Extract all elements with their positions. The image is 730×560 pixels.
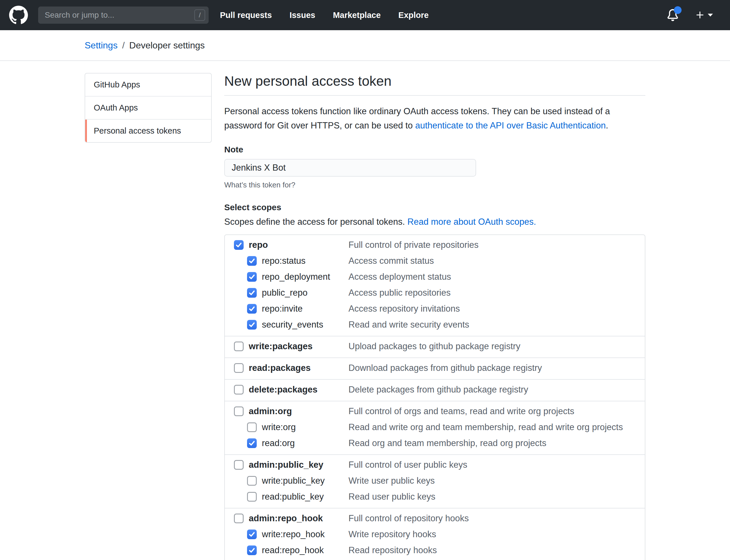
create-new-button[interactable] [695,10,713,20]
scope-label[interactable]: delete:packages [249,384,317,395]
scope-group-read:packages: read:packagesDownload packages from gith… [225,357,645,379]
checkbox-public_repo[interactable] [247,288,257,298]
scope-row-admin:public_key: admin:public_keyFull control of user pub… [225,459,645,470]
basic-auth-link[interactable]: authenticate to the API over Basic Authe… [415,120,606,130]
sidebar-item-github-apps[interactable]: GitHub Apps [85,73,211,97]
checkbox-repo_deployment[interactable] [247,272,257,282]
scope-name-col: write:packages [225,341,348,352]
scope-description: Read org and team membership, read org p… [348,438,645,449]
scope-row-public_repo: public_repoAccess public repositories [225,287,645,298]
scope-row-repo_deployment: repo_deploymentAccess deployment status [225,271,645,282]
scope-label[interactable]: read:repo_hook [262,545,324,556]
scope-label[interactable]: read:org [262,438,294,449]
slash-key-hint: / [194,9,205,21]
search-box: / [38,7,208,24]
scope-description: Access deployment status [348,271,645,282]
scope-row-admin:repo_hook: admin:repo_hookFull control of repositor… [225,513,645,524]
scope-label[interactable]: repo:invite [262,303,302,314]
scope-group-admin:org: admin:orgFull control of orgs and teams,… [225,401,645,454]
nav-link-marketplace[interactable]: Marketplace [333,11,381,20]
scope-label[interactable]: read:public_key [262,491,324,502]
scopes-intro-text: Scopes define the access for personal to… [224,217,408,227]
checkbox-delete:packages[interactable] [234,385,244,395]
scopes-intro: Scopes define the access for personal to… [224,217,645,227]
scope-description: Delete packages from github package regi… [348,384,645,395]
intro-paragraph: Personal access tokens function like ord… [224,104,645,133]
scope-label[interactable]: admin:repo_hook [249,513,323,524]
search-input[interactable] [38,7,208,24]
scope-name-col: write:org [225,422,348,433]
scope-row-write:repo_hook: write:repo_hookWrite repository hooks [225,529,645,540]
scope-row-read:org: read:orgRead org and team membership, re… [225,438,645,449]
scope-description: Download packages from github package re… [348,363,645,373]
scope-row-write:org: write:orgRead and write org and team mem… [225,422,645,433]
scope-row-read:packages: read:packagesDownload packages from gith… [225,363,645,373]
checkbox-read:repo_hook[interactable] [247,545,257,555]
scope-row-repo:invite: repo:inviteAccess repository invitations [225,303,645,314]
scope-group-delete:packages: delete:packagesDelete packages from gith… [225,379,645,401]
sidebar-item-oauth-apps[interactable]: OAuth Apps [85,97,211,120]
nav-link-issues[interactable]: Issues [289,11,315,20]
scope-name-col: read:public_key [225,491,348,502]
checkbox-read:org[interactable] [247,438,257,448]
nav-link-pull-requests[interactable]: Pull requests [220,11,272,20]
header-actions [667,9,713,21]
plus-icon [695,10,705,20]
sidebar-item-personal-access-tokens[interactable]: Personal access tokens [85,120,211,142]
notifications-button[interactable] [667,9,679,21]
main-content: New personal access token Personal acces… [224,73,645,560]
checkbox-security_events[interactable] [247,320,257,330]
scope-label[interactable]: write:org [262,422,296,433]
github-logo-icon[interactable] [9,6,28,24]
checkbox-read:public_key[interactable] [247,492,257,502]
checkbox-write:public_key[interactable] [247,476,257,486]
checkbox-repo[interactable] [234,240,244,250]
scope-row-security_events: security_eventsRead and write security e… [225,319,645,330]
scope-name-col: read:org [225,438,348,449]
scope-label[interactable]: admin:public_key [249,459,323,470]
scope-name-col: admin:repo_hook [225,513,348,524]
scope-name-col: admin:public_key [225,459,348,470]
checkbox-admin:public_key[interactable] [234,460,244,470]
scope-label[interactable]: public_repo [262,287,307,298]
scope-row-repo:status: repo:statusAccess commit status [225,256,645,266]
scope-label[interactable]: repo_deployment [262,271,330,282]
scope-description: Full control of orgs and teams, read and… [348,406,645,417]
scope-label[interactable]: repo [249,240,268,250]
oauth-scopes-link[interactable]: Read more about OAuth scopes. [408,217,536,227]
scope-name-col: read:packages [225,363,348,373]
note-input[interactable] [224,159,476,177]
scope-label[interactable]: repo:status [262,256,305,266]
scope-label[interactable]: write:packages [249,341,312,352]
checkbox-write:org[interactable] [247,422,257,432]
scope-group-admin:public_key: admin:public_keyFull control of user pub… [225,454,645,508]
nav-link-explore[interactable]: Explore [398,11,429,20]
scope-name-col: repo:status [225,256,348,266]
checkbox-admin:org[interactable] [234,406,244,416]
checkbox-write:packages[interactable] [234,342,244,351]
checkbox-admin:repo_hook[interactable] [234,514,244,523]
scope-label[interactable]: write:public_key [262,475,325,486]
breadcrumb-settings-link[interactable]: Settings [85,40,118,51]
scope-label[interactable]: write:repo_hook [262,529,325,540]
scope-description: Read user public keys [348,491,645,502]
scope-name-col: read:repo_hook [225,545,348,556]
scope-description: Access public repositories [348,287,645,298]
scope-description: Access commit status [348,256,645,266]
scope-label[interactable]: admin:org [249,406,292,417]
scope-description: Full control of user public keys [348,459,645,470]
scope-label[interactable]: security_events [262,319,323,330]
scope-name-col: admin:org [225,406,348,417]
scopes-table: repoFull control of private repositories… [224,234,645,560]
checkbox-write:repo_hook[interactable] [247,530,257,539]
scope-description: Write user public keys [348,475,645,486]
checkbox-read:packages[interactable] [234,363,244,373]
breadcrumb-current: Developer settings [129,40,205,51]
scope-label[interactable]: read:packages [249,363,310,373]
page-title: New personal access token [224,73,645,96]
checkbox-repo:invite[interactable] [247,304,257,314]
checkbox-repo:status[interactable] [247,256,257,266]
scope-row-write:packages: write:packagesUpload packages to github … [225,341,645,352]
select-scopes-heading: Select scopes [224,203,645,212]
main-nav: Pull requestsIssuesMarketplaceExplore [220,11,429,20]
